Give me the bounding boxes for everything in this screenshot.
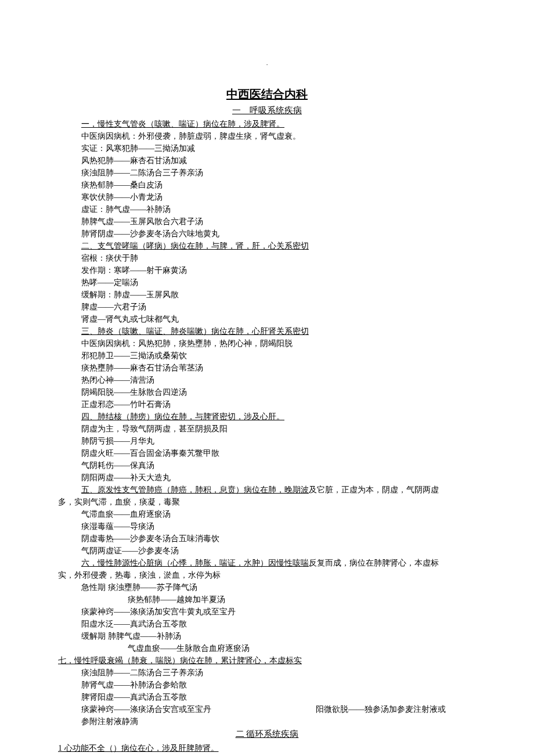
text-span: 及它脏，正虚为本，阴虚，气阴两虚 — [309, 485, 439, 494]
text-line: 气阴两虚证——沙参麦冬汤 — [81, 545, 476, 557]
text-line: 参附注射液静滴 — [81, 715, 476, 728]
text-line: 急性期 痰浊壅肺——苏子降气汤 — [81, 581, 476, 593]
text-line: 痰浊阻肺——二陈汤合三子养亲汤 — [81, 167, 476, 179]
text-line: 四、肺结核（肺痨）病位在肺，与脾肾密切，涉及心肝。 — [81, 411, 476, 423]
text-line: 气阴耗伤——保真汤 — [81, 459, 476, 471]
text-line: 虚证：肺气虚——补肺汤 — [81, 203, 476, 215]
text-line: 六，慢性肺源性心脏病（心悸，肺胀，喘证，水肿）因慢性咳喘反复而成，病位在肺脾肾心… — [81, 557, 476, 569]
text-line: 七，慢性呼吸衰竭（肺衰，喘脱）病位在肺，累计脾肾心，本虚标实 — [58, 654, 476, 667]
text-line: 肺阴亏损——月华丸 — [81, 435, 476, 447]
text-line: 风热犯肺——麻杏石甘汤加减 — [81, 154, 476, 167]
text-line: 实，外邪侵袭，热毒，痰浊，淤血，水停为标 — [58, 569, 476, 581]
text-span: 痰蒙神窍——涤痰汤合安宫或至宝丹 — [81, 705, 211, 714]
text-line: 痰热壅肺——麻杏石甘汤合苇茎汤 — [81, 362, 476, 374]
text-line: 阳虚水泛——真武汤合五苓散 — [81, 618, 476, 630]
text-span: 阳微欲脱——独参汤加参麦注射液或 — [316, 703, 446, 715]
text-underlined: 二、支气管哮喘（哮病）病位在肺，与脾，肾，肝，心关系密切 — [81, 242, 309, 250]
text-line: 三、肺炎（咳嗽、喘证、肺炎喘嗽）病位在肺，心肝肾关系密切 — [81, 325, 476, 337]
text-line: 脾虚——六君子汤 — [81, 301, 476, 313]
text-line: 肾虚—肾气丸或七味都气丸 — [81, 313, 476, 325]
text-line: 发作期：寒哮——射干麻黄汤 — [81, 264, 476, 276]
text-line: 热闭心神——清营汤 — [81, 374, 476, 386]
text-line: 中医病因病机：外邪侵袭，肺脏虚弱，脾虚生痰，肾气虚衰。 — [81, 130, 476, 142]
text-underlined: 六，慢性肺源性心脏病（心悸，肺胀，喘证，水肿）因慢性咳喘 — [81, 559, 309, 567]
text-span: 反复而成，病位在肺脾肾心，本虚标 — [309, 559, 439, 567]
text-line: 邪犯肺卫——三拗汤或桑菊饮 — [81, 350, 476, 362]
text-line: 实证：风寒犯肺——三拗汤加减 — [81, 142, 476, 154]
main-title: 中西医结合内科 — [58, 85, 476, 103]
text-underlined: 七，慢性呼吸衰竭（肺衰，喘脱）病位在肺，累计脾肾心，本虚标实 — [58, 656, 302, 665]
header-mark: . — [58, 58, 476, 68]
text-line: 痰热郁肺——桑白皮汤 — [81, 179, 476, 191]
text-line: 气虚血瘀——生脉散合血府逐瘀汤 — [128, 642, 476, 654]
text-line: 1 心功能不全（）病位在心，涉及肝脾肺肾。 — [58, 742, 476, 754]
section-2-title: 二 循环系统疾病 — [58, 728, 476, 741]
text-line: 阴竭阳脱——生脉散合四逆汤 — [81, 386, 476, 398]
text-line: 阴虚火旺——百合固金汤事秦艽鳖甲散 — [81, 447, 476, 459]
text-line: 阴虚毒热——沙参麦冬汤合五味消毒饮 — [81, 532, 476, 545]
text-underlined: 四、肺结核（肺痨）病位在肺，与脾肾密切，涉及心肝。 — [81, 412, 284, 421]
text-line: 肺肾气虚——补肺汤合参蛤散 — [81, 679, 476, 691]
text-line: 痰浊阻肺——二陈汤合三子养亲汤 — [81, 667, 476, 679]
text-line: 阴阳两虚——补天大造丸 — [81, 471, 476, 484]
text-line: 热哮——定喘汤 — [81, 276, 476, 289]
text-line: 宿根：痰伏于肺 — [81, 252, 476, 264]
text-line: 脾肾阳虚——真武汤合五苓散 — [81, 691, 476, 703]
text-line: 缓解期：肺虚——玉屏风散 — [81, 289, 476, 301]
text-line: 痰蒙神窍——涤痰汤合安宫或至宝丹阳微欲脱——独参汤加参麦注射液或 — [81, 703, 476, 715]
text-underlined: 一，慢性支气管炎（咳嗽、喘证）病位在肺，涉及脾肾。 — [81, 120, 284, 128]
text-line: 肺肾阴虚——沙参麦冬汤合六味地黄丸 — [81, 228, 476, 240]
text-line: 痰热郁肺——越婢加半夏汤 — [128, 593, 476, 606]
text-line: 肺脾气虚——玉屏风散合六君子汤 — [81, 215, 476, 228]
text-line: 中医病因病机：风热犯肺，痰热壅肺，热闭心神，阴竭阳脱 — [81, 337, 476, 350]
text-line: 五、原发性支气管肺癌（肺癌，肺积，息贲）病位在肺，晚期波及它脏，正虚为本，阴虚，… — [81, 484, 476, 496]
text-line: 缓解期 肺脾气虚——补肺汤 — [81, 630, 476, 642]
text-underlined: 三、肺炎（咳嗽、喘证、肺炎喘嗽）病位在肺，心肝肾关系密切 — [81, 327, 309, 336]
text-line: 一，慢性支气管炎（咳嗽、喘证）病位在肺，涉及脾肾。 — [81, 118, 476, 130]
text-line: 气滞血瘀——血府逐瘀汤 — [81, 508, 476, 520]
text-line: 痰蒙神窍——涤痰汤加安宫牛黄丸或至宝丹 — [81, 606, 476, 618]
text-line: 寒饮伏肺——小青龙汤 — [81, 191, 476, 203]
text-line: 多，实则气滞，血瘀，痰凝，毒聚 — [58, 496, 476, 508]
section-1-title: 一 呼吸系统疾病 — [58, 104, 476, 117]
text-line: 正虚邪恋——竹叶石膏汤 — [81, 398, 476, 411]
text-line: 心肺气虚——养心汤合补肺汤 — [104, 754, 476, 757]
text-underlined: 五、原发性支气管肺癌（肺癌，肺积，息贲）病位在肺，晚期波 — [81, 485, 309, 494]
text-line: 二、支气管哮喘（哮病）病位在肺，与脾，肾，肝，心关系密切 — [81, 240, 476, 252]
text-line: 痰湿毒蕴——导痰汤 — [81, 520, 476, 532]
text-underlined: 1 心功能不全（）病位在心，涉及肝脾肺肾。 — [58, 744, 219, 753]
text-line: 阴虚为主，导致气阴两虚，甚至阴损及阳 — [81, 423, 476, 435]
